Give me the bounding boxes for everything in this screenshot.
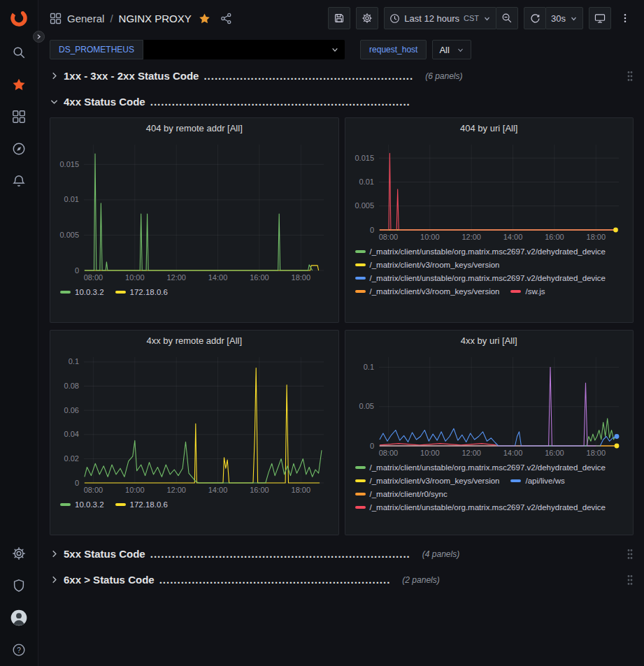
- star-icon: [12, 78, 26, 92]
- svg-text:18:00: 18:00: [586, 449, 606, 457]
- sidebar-item-server-admin[interactable]: [0, 570, 38, 602]
- svg-text:12:00: 12:00: [461, 233, 481, 241]
- refresh-dashboard-button[interactable]: [524, 7, 546, 29]
- legend-item[interactable]: /api/live/ws: [510, 477, 564, 485]
- legend-item[interactable]: /_matrix/client/v3/room_keys/version: [355, 261, 500, 269]
- sidebar-item-search[interactable]: [0, 36, 38, 68]
- svg-text:0.04: 0.04: [64, 430, 79, 438]
- dashboard-title[interactable]: NGINX PROXY: [119, 13, 192, 24]
- svg-text:0.1: 0.1: [69, 357, 79, 365]
- panel-title[interactable]: 404 by uri [All]: [345, 118, 634, 138]
- sidebar-expand-button[interactable]: [33, 31, 45, 43]
- timeseries-chart[interactable]: 08:0010:0012:0014:0016:0018:0000.020.040…: [56, 350, 332, 495]
- share-dashboard-button[interactable]: [220, 13, 232, 24]
- legend-item[interactable]: /_matrix/client/unstable/org.matrix.msc2…: [355, 503, 606, 512]
- zoom-out-time-button[interactable]: [496, 7, 518, 29]
- svg-text:18:00: 18:00: [292, 486, 311, 494]
- dashboard-settings-button[interactable]: [356, 7, 378, 29]
- more-options-button[interactable]: [617, 7, 634, 29]
- svg-text:0.08: 0.08: [64, 382, 79, 390]
- svg-text:0.02: 0.02: [64, 454, 79, 463]
- timeseries-chart[interactable]: 08:0010:0012:0014:0016:0018:0000.0050.01…: [56, 138, 332, 283]
- series-color-swatch: [60, 291, 71, 294]
- legend-item[interactable]: 172.18.0.6: [115, 288, 168, 296]
- panel-title[interactable]: 404 by remote addr [All]: [50, 118, 338, 138]
- monitor-icon: [594, 13, 606, 24]
- chevron-down-icon: [457, 46, 464, 54]
- chevron-down-icon: [483, 15, 491, 22]
- row-panel-count: (2 panels): [402, 575, 439, 585]
- sidebar-item-starred[interactable]: [0, 68, 38, 101]
- variable-label-datasource[interactable]: DS_PROMETHEUS: [50, 40, 143, 59]
- row-title: 6xx > Status Code: [64, 574, 155, 586]
- breadcrumb-section[interactable]: General: [67, 13, 104, 24]
- save-dashboard-button[interactable]: [328, 7, 350, 29]
- clock-icon: [389, 13, 400, 24]
- refresh-interval-label: 30s: [551, 13, 566, 24]
- row-header-5xx[interactable]: 5xx Status Code ........................…: [50, 544, 634, 563]
- sidebar-item-profile[interactable]: [0, 602, 38, 634]
- legend-item[interactable]: /_matrix/client/v3/room_keys/version: [355, 287, 500, 296]
- series-label: /_matrix/client/r0/sync: [370, 490, 448, 498]
- series-label: /api/live/ws: [525, 477, 564, 485]
- series-label: /_matrix/client/unstable/org.matrix.msc2…: [370, 247, 606, 256]
- sidebar-item-alerting[interactable]: [0, 165, 38, 197]
- series-color-swatch: [355, 493, 366, 495]
- gear-icon: [12, 546, 26, 560]
- grafana-logo[interactable]: [0, 0, 38, 36]
- row-drag-handle[interactable]: [627, 71, 634, 82]
- svg-text:16:00: 16:00: [545, 449, 564, 457]
- legend-item[interactable]: /_matrix/client/unstable/org.matrix.msc2…: [355, 247, 606, 256]
- svg-text:?: ?: [17, 646, 21, 654]
- chevron-down-icon: [331, 45, 339, 54]
- legend-item[interactable]: 10.0.3.2: [60, 288, 104, 296]
- variable-datasource-select[interactable]: [143, 40, 345, 59]
- row-drag-handle[interactable]: [627, 549, 634, 560]
- svg-text:0.01: 0.01: [64, 195, 79, 203]
- legend-item[interactable]: 10.0.3.2: [60, 500, 104, 509]
- tv-mode-button[interactable]: [589, 7, 611, 29]
- sidebar-item-dashboards[interactable]: [0, 101, 38, 133]
- row-header-1xx-3xx-2xx[interactable]: 1xx - 3xx - 2xx Status Code ............…: [50, 66, 634, 85]
- timeseries-chart[interactable]: 08:0010:0012:0014:0016:0018:0000.0050.01…: [351, 138, 627, 242]
- legend-item[interactable]: 172.18.0.6: [115, 500, 168, 509]
- favorite-star-button[interactable]: [199, 13, 210, 24]
- kebab-icon: [620, 13, 631, 24]
- refresh-interval-select[interactable]: 30s: [545, 7, 583, 29]
- legend-item[interactable]: /_matrix/client/unstable/org.matrix.msc2…: [355, 274, 606, 282]
- sidebar-item-configuration[interactable]: [0, 537, 38, 570]
- dashboard-header: General / NGINX PROXY: [50, 0, 634, 36]
- series-label: 10.0.3.2: [75, 500, 104, 509]
- legend-item[interactable]: /_matrix/client/r0/sync: [355, 490, 448, 498]
- svg-text:12:00: 12:00: [461, 449, 481, 457]
- refresh-icon: [530, 13, 541, 24]
- series-label: 10.0.3.2: [75, 288, 104, 296]
- chevron-right-icon: [50, 71, 59, 80]
- panel-4xx-by-remote-addr: 4xx by remote addr [All] 08:0010:0012:00…: [50, 330, 339, 535]
- legend-item[interactable]: /sw.js: [510, 287, 545, 296]
- variable-request-host-select[interactable]: All: [432, 40, 471, 59]
- series-label: /_matrix/client/unstable/org.matrix.msc2…: [370, 503, 606, 512]
- legend-item[interactable]: /_matrix/client/v3/room_keys/version: [355, 477, 500, 485]
- sidebar-item-help[interactable]: ?: [0, 634, 38, 666]
- panel-legend: 10.0.3.2172.18.0.6: [56, 288, 333, 319]
- apps-icon: [12, 110, 26, 124]
- panel-title[interactable]: 4xx by uri [All]: [345, 331, 634, 350]
- legend-item[interactable]: /_matrix/client/unstable/org.matrix.msc2…: [355, 463, 606, 472]
- variable-label-request-host[interactable]: request_host: [360, 40, 427, 59]
- sidebar-item-explore[interactable]: [0, 133, 38, 165]
- time-range-picker[interactable]: Last 12 hours CST: [384, 7, 496, 29]
- timeseries-chart[interactable]: 08:0010:0012:0014:0016:0018:0000.050.1: [351, 350, 627, 458]
- series-label: /sw.js: [525, 287, 545, 296]
- panel-title[interactable]: 4xx by remote addr [All]: [50, 331, 338, 350]
- sidebar: ?: [0, 0, 38, 666]
- row-title-dots: ........................................…: [203, 70, 413, 82]
- series-color-swatch: [355, 290, 366, 293]
- chevron-down-icon: [570, 15, 578, 22]
- panel-body: 08:0010:0012:0014:0016:0018:0000.050.1 /…: [345, 350, 634, 535]
- row-header-4xx[interactable]: 4xx Status Code ........................…: [50, 92, 634, 111]
- series-label: 172.18.0.6: [130, 288, 168, 296]
- row-drag-handle[interactable]: [627, 574, 634, 586]
- row-header-6xx[interactable]: 6xx > Status Code ......................…: [50, 570, 634, 589]
- grafana-logo-icon: [9, 8, 29, 28]
